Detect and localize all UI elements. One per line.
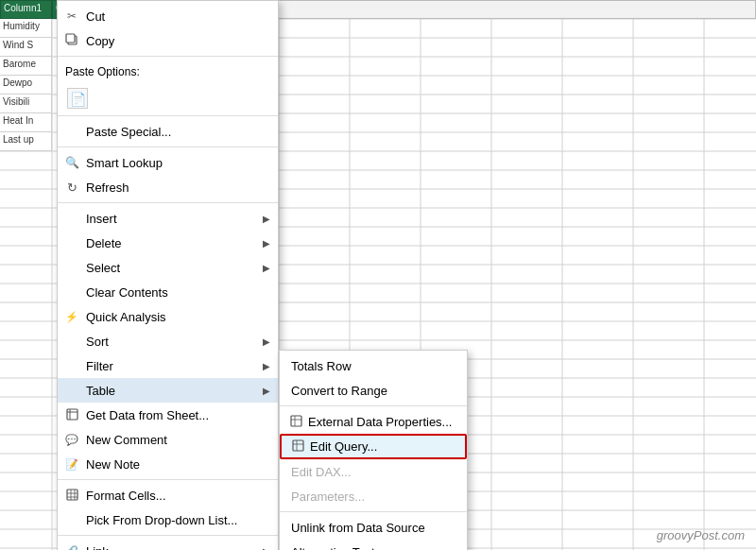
parameters-label: Parameters... xyxy=(291,490,365,504)
menu-item-format-cells[interactable]: Format Cells... xyxy=(58,483,278,507)
menu-item-new-comment[interactable]: 💬 New Comment xyxy=(58,427,278,452)
cut-icon: ✂ xyxy=(63,9,80,23)
cell-barome: Barome xyxy=(0,57,52,76)
watermark: groovyPost.com xyxy=(657,528,745,542)
separator-5 xyxy=(58,479,278,480)
menu-item-sort[interactable]: Sort ▶ xyxy=(58,329,278,353)
cell-visibili: Visibili xyxy=(0,95,52,113)
cell-heat-in: Heat In xyxy=(0,113,52,132)
menu-item-new-note[interactable]: 📝 New Note xyxy=(58,452,278,476)
menu-item-get-data[interactable]: Get Data from Sheet... xyxy=(58,403,278,427)
menu-item-edit-query[interactable]: Edit Query... xyxy=(280,434,467,459)
pick-dropdown-label: Pick From Drop-down List... xyxy=(86,513,237,527)
delete-arrow: ▶ xyxy=(263,238,270,249)
separator-1 xyxy=(58,56,278,57)
insert-arrow: ▶ xyxy=(263,214,270,224)
paste-options-text: Paste Options: xyxy=(65,65,140,78)
convert-range-label: Convert to Range xyxy=(291,384,387,398)
menu-item-table[interactable]: Table ▶ xyxy=(58,378,278,403)
menu-item-refresh[interactable]: ↻ Refresh xyxy=(58,175,278,199)
menu-item-external-data[interactable]: External Data Properties... xyxy=(280,409,467,434)
col-header-rest xyxy=(227,0,756,19)
menu-item-quick-analysis[interactable]: ⚡ Quick Analysis xyxy=(58,304,278,329)
table-label: Table xyxy=(86,384,115,398)
menu-item-unlink-data-source[interactable]: Unlink from Data Source xyxy=(280,515,467,540)
menu-item-pick-dropdown[interactable]: Pick From Drop-down List... xyxy=(58,507,278,532)
sidebar-column: Humidity Wind S Barome Dewpo Visibili He… xyxy=(0,19,52,151)
menu-item-edit-dax: Edit DAX... xyxy=(280,459,467,484)
smart-lookup-icon: 🔍 xyxy=(63,156,80,169)
paste-icon-1: 📄 xyxy=(67,88,88,109)
context-menu-left: ✂ Cut Copy Paste Options: 📄 Paste Specia… xyxy=(57,0,279,550)
new-note-icon: 📝 xyxy=(63,458,80,471)
unlink-data-source-label: Unlink from Data Source xyxy=(291,521,425,535)
cell-humidity: Humidity xyxy=(0,19,52,38)
filter-arrow: ▶ xyxy=(263,361,270,371)
delete-label: Delete xyxy=(86,236,122,250)
link-icon: 🔗 xyxy=(63,545,80,551)
menu-item-smart-lookup[interactable]: 🔍 Smart Lookup xyxy=(58,150,278,175)
submenu-separator-2 xyxy=(280,511,467,512)
menu-item-insert[interactable]: Insert ▶ xyxy=(58,206,278,231)
copy-label: Copy xyxy=(86,34,114,48)
get-data-icon xyxy=(63,408,80,422)
edit-query-icon xyxy=(289,439,306,455)
menu-item-totals-row[interactable]: Totals Row xyxy=(280,353,467,378)
menu-item-delete[interactable]: Delete ▶ xyxy=(58,231,278,255)
alternative-text-label: Alternative Text... xyxy=(291,545,385,551)
refresh-label: Refresh xyxy=(86,180,129,195)
cell-wind: Wind S xyxy=(0,38,52,57)
get-data-label: Get Data from Sheet... xyxy=(86,408,209,422)
menu-item-alternative-text[interactable]: Alternative Text... xyxy=(280,540,467,550)
link-arrow: ▶ xyxy=(263,546,270,551)
format-cells-label: Format Cells... xyxy=(86,489,166,503)
link-label: Link xyxy=(86,544,109,551)
menu-item-link[interactable]: 🔗 Link ▶ xyxy=(58,539,278,550)
sort-arrow: ▶ xyxy=(263,336,270,347)
select-label: Select xyxy=(86,261,120,275)
menu-item-select[interactable]: Select ▶ xyxy=(58,255,278,280)
paste-options-label: Paste Options: xyxy=(58,60,278,84)
cut-label: Cut xyxy=(86,9,105,24)
separator-3 xyxy=(58,146,278,147)
paste-icons-row[interactable]: 📄 xyxy=(58,84,278,112)
context-menu-right: Totals Row Convert to Range External Dat… xyxy=(279,350,468,550)
watermark-text: groovyPost.com xyxy=(657,528,745,542)
external-data-icon xyxy=(287,415,304,429)
clear-contents-label: Clear Contents xyxy=(86,285,168,300)
menu-item-convert-range[interactable]: Convert to Range xyxy=(280,378,467,403)
copy-icon xyxy=(63,33,80,49)
menu-item-clear-contents[interactable]: Clear Contents xyxy=(58,280,278,304)
sort-label: Sort xyxy=(86,335,109,349)
menu-item-parameters: Parameters... xyxy=(280,484,467,508)
paste-special-label: Paste Special... xyxy=(86,125,171,139)
edit-dax-label: Edit DAX... xyxy=(291,465,352,479)
separator-4 xyxy=(58,202,278,203)
new-note-label: New Note xyxy=(86,457,140,472)
refresh-icon: ↻ xyxy=(63,180,80,195)
new-comment-icon: 💬 xyxy=(63,434,80,446)
totals-row-label: Totals Row xyxy=(291,359,352,373)
menu-item-paste-special[interactable]: Paste Special... xyxy=(58,119,278,144)
menu-item-copy[interactable]: Copy xyxy=(58,28,278,53)
menu-item-cut[interactable]: ✂ Cut xyxy=(58,4,278,28)
col-header-1: Column1 xyxy=(0,0,52,19)
quick-analysis-icon: ⚡ xyxy=(63,311,80,323)
menu-item-filter[interactable]: Filter ▶ xyxy=(58,353,278,378)
external-data-label: External Data Properties... xyxy=(308,415,452,429)
svg-rect-50 xyxy=(291,416,301,426)
smart-lookup-label: Smart Lookup xyxy=(86,156,163,170)
svg-rect-41 xyxy=(66,34,75,43)
submenu-separator-1 xyxy=(280,405,467,406)
svg-rect-53 xyxy=(293,440,303,451)
new-comment-label: New Comment xyxy=(86,433,167,447)
edit-query-label: Edit Query... xyxy=(310,439,377,454)
quick-analysis-label: Quick Analysis xyxy=(86,310,166,324)
table-arrow: ▶ xyxy=(263,386,270,396)
cell-dewpo: Dewpo xyxy=(0,76,52,95)
svg-rect-45 xyxy=(67,490,77,500)
separator-6 xyxy=(58,535,278,536)
svg-rect-42 xyxy=(67,409,77,420)
filter-label: Filter xyxy=(86,359,113,373)
format-cells-icon xyxy=(63,489,80,503)
